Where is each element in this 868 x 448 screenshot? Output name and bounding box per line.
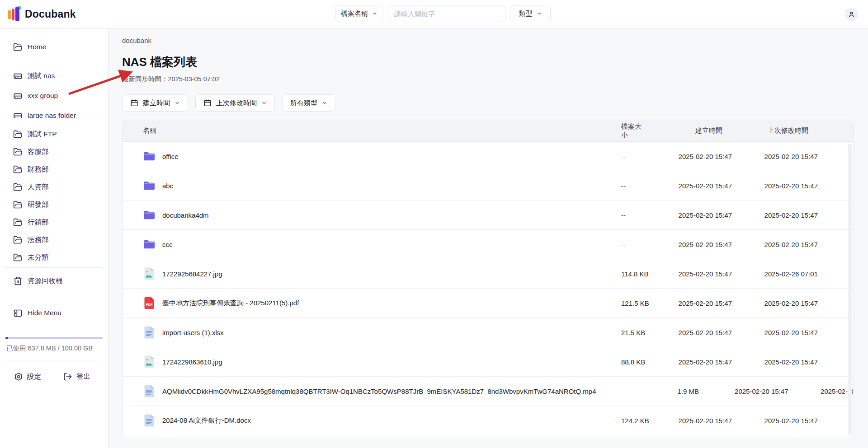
table-row[interactable]: office -- 2025-02-20 15:47 2025-02-20 15… xyxy=(123,142,853,171)
table-row[interactable]: abc -- 2025-02-20 15:47 2025-02-20 15:47 xyxy=(123,171,853,201)
sidebar-divider xyxy=(5,118,103,118)
sidebar-divider xyxy=(5,58,103,58)
search-input[interactable] xyxy=(388,5,505,22)
brand-logo[interactable]: Docubank xyxy=(8,6,76,22)
sidebar-item-folder[interactable]: 財務部 xyxy=(0,161,108,178)
sidebar-item-label: 客服部 xyxy=(28,147,49,157)
column-header-created[interactable]: 建立時間 xyxy=(653,126,732,135)
sidebar-item-folder[interactable]: 行銷部 xyxy=(0,214,108,231)
created-date: 2025-02-20 15:47 xyxy=(653,417,732,425)
chevron-down-icon xyxy=(537,11,542,16)
filter-label: 所有類型 xyxy=(290,99,317,107)
file-size: -- xyxy=(540,153,653,160)
folder-open-icon xyxy=(13,200,23,210)
nas-drive-icon xyxy=(13,111,23,118)
storage-quota-fill xyxy=(5,337,8,339)
image-file-icon xyxy=(143,267,156,280)
modified-date: 2025-02-20 15:47 xyxy=(732,299,818,307)
main-content: docubank NAS 檔案列表 最新同步時間：2025-03-05 07:0… xyxy=(108,29,868,448)
sidebar-item-label: large nas folder xyxy=(28,112,76,118)
table-row[interactable]: docubanka4dm -- 2025-02-20 15:47 2025-02… xyxy=(123,201,853,230)
logout-button[interactable]: 登出 xyxy=(63,372,90,382)
folder-icon xyxy=(143,149,156,163)
sidebar-item-label: 未分類 xyxy=(28,253,49,262)
person-icon xyxy=(848,10,855,18)
file-size: -- xyxy=(540,241,653,248)
created-date: 2025-02-20 15:47 xyxy=(653,358,732,366)
sidebar-item-recycle-bin[interactable]: 資源回收桶 xyxy=(0,272,108,290)
table-row[interactable]: import-users (1).xlsx 21.5 KB 2025-02-20… xyxy=(123,318,853,347)
last-sync-time: 最新同步時間：2025-03-05 07:02 xyxy=(122,75,854,83)
table-body: office -- 2025-02-20 15:47 2025-02-20 15… xyxy=(123,142,853,435)
sidebar: Home 測試 nas xxx group large nas folder 測… xyxy=(0,29,108,448)
chevron-down-icon xyxy=(372,11,377,16)
settings-button[interactable]: 設定 xyxy=(14,372,41,382)
folder-open-icon xyxy=(13,218,23,227)
sidebar-item-folder[interactable]: 未分類 xyxy=(0,249,108,266)
sidebar-item-nas-group[interactable]: xxx group xyxy=(0,86,108,106)
sidebar-item-nas-group[interactable]: large nas folder xyxy=(0,106,108,118)
sidebar-item-folder[interactable]: 研發部 xyxy=(0,196,108,214)
table-scrollbar[interactable] xyxy=(848,144,852,435)
chevron-down-icon xyxy=(175,100,180,106)
table-row[interactable]: AQMlidv0CDkkHmG0VhvLZXA95g58mqtnlq38QBTR… xyxy=(123,377,853,406)
type-selector[interactable]: 類型 xyxy=(510,5,551,22)
breadcrumb[interactable]: docubank xyxy=(122,29,151,44)
filter-created-time[interactable]: 建立時間 xyxy=(122,94,188,112)
table-row[interactable]: 2024-08 Ai文件銀行-DM.docx 124.2 KB 2025-02-… xyxy=(123,406,853,435)
table-row[interactable]: 1722925684227.jpg 114.8 KB 2025-02-20 15… xyxy=(123,259,853,289)
sidebar-item-folder[interactable]: 法務部 xyxy=(0,231,108,249)
search-field-label: 檔案名稱 xyxy=(341,9,368,18)
folder-open-icon xyxy=(13,42,23,52)
column-header-name[interactable]: 名稱 xyxy=(136,126,540,135)
folder-icon xyxy=(143,208,156,222)
file-name: 1722925684227.jpg xyxy=(162,270,222,278)
filter-label: 建立時間 xyxy=(143,99,170,107)
hide-menu-label: Hide Menu xyxy=(28,309,61,317)
column-header-size[interactable]: 檔案大小 xyxy=(540,122,653,140)
sidebar-item-label: xxx group xyxy=(28,92,58,100)
folder-icon xyxy=(143,238,156,251)
calendar-icon xyxy=(203,99,212,107)
modified-date: 2025-02-20 15:47 xyxy=(732,417,818,425)
modified-date: 2025-02-20 15:47 xyxy=(788,387,854,395)
modified-date: 2025-02-20 15:47 xyxy=(732,329,818,336)
sidebar-item-label: 研發部 xyxy=(28,200,49,210)
page-title: NAS 檔案列表 xyxy=(122,55,854,69)
table-row[interactable]: 1724229863610.jpg 88.8 KB 2025-02-20 15:… xyxy=(123,347,853,377)
hide-menu-button[interactable]: Hide Menu xyxy=(0,304,108,322)
trash-icon xyxy=(13,276,23,286)
filter-file-type[interactable]: 所有類型 xyxy=(282,94,335,112)
file-name: office xyxy=(162,153,179,160)
created-date: 2025-02-20 15:47 xyxy=(653,241,732,248)
table-row[interactable]: 臺中地方法院刑事傳票查詢 - 20250211(5).pdf 121.5 KB … xyxy=(123,289,853,318)
modified-date: 2025-02-20 15:47 xyxy=(732,358,818,366)
sort-icon xyxy=(812,128,818,134)
chevron-down-icon xyxy=(261,100,267,106)
department-folder-list: 測試 FTP 客服部 財務部 人資部 研發部 行銷部 法務部 未分類 xyxy=(0,126,108,266)
column-header-modified[interactable]: 上次修改時間 xyxy=(732,126,818,135)
sidebar-item-folder[interactable]: 測試 FTP xyxy=(0,126,108,143)
folder-icon xyxy=(143,179,156,192)
table-row[interactable]: ccc -- 2025-02-20 15:47 2025-02-20 15:47 xyxy=(123,230,853,259)
sidebar-item-home[interactable]: Home xyxy=(0,38,108,56)
created-date: 2025-02-20 15:47 xyxy=(653,182,732,190)
sidebar-item-folder[interactable]: 人資部 xyxy=(0,178,108,196)
search-field-selector[interactable]: 檔案名稱 xyxy=(335,5,383,22)
image-file-icon xyxy=(143,355,156,369)
folder-open-icon xyxy=(13,147,23,157)
sidebar-item-nas-group[interactable]: 測試 nas xyxy=(0,66,108,86)
sidebar-item-folder[interactable]: 客服部 xyxy=(0,143,108,161)
created-date: 2025-02-20 15:47 xyxy=(653,211,732,219)
nas-drive-icon xyxy=(13,91,23,101)
folder-open-icon xyxy=(13,182,23,192)
collapse-panel-icon xyxy=(13,308,23,318)
sidebar-divider xyxy=(5,329,103,329)
created-date: 2025-02-20 15:47 xyxy=(709,387,788,395)
filter-modified-time[interactable]: 上次修改時間 xyxy=(195,94,275,112)
user-avatar-button[interactable] xyxy=(845,8,858,21)
gear-icon xyxy=(14,372,23,381)
column-label: 檔案大小 xyxy=(621,122,644,140)
sidebar-item-label: 法務部 xyxy=(28,235,49,245)
nas-drive-icon xyxy=(13,71,23,81)
